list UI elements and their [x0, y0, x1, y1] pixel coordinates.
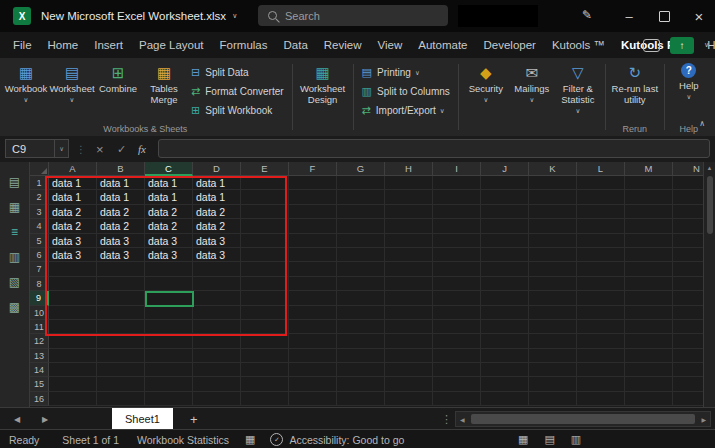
cell-K14[interactable]: [529, 363, 577, 377]
cell-K1[interactable]: [529, 176, 577, 190]
cell-E7[interactable]: [241, 262, 289, 276]
cell-F14[interactable]: [289, 363, 337, 377]
printing-button[interactable]: ▤ Printing ∨: [358, 63, 454, 82]
document-title[interactable]: New Microsoft Excel Worksheet.xlsx: [41, 10, 226, 22]
cell-H12[interactable]: [385, 334, 433, 348]
rerun-last-utility-button[interactable]: ↻ Re-run last utility: [610, 60, 660, 106]
cell-A5[interactable]: data 3: [49, 234, 97, 248]
cell-J1[interactable]: [481, 176, 529, 190]
cell-C14[interactable]: [145, 363, 193, 377]
cell-E11[interactable]: [241, 320, 289, 334]
cell-F4[interactable]: [289, 219, 337, 233]
cell-I9[interactable]: [433, 291, 481, 305]
cell-M1[interactable]: [625, 176, 673, 190]
cell-G5[interactable]: [337, 234, 385, 248]
cell-M12[interactable]: [625, 334, 673, 348]
cell-B1[interactable]: data 1: [97, 176, 145, 190]
cell-H7[interactable]: [385, 262, 433, 276]
vertical-scrollbar-thumb[interactable]: [707, 176, 713, 234]
cell-K11[interactable]: [529, 320, 577, 334]
format-converter-button[interactable]: ⇄ Format Converter: [187, 82, 288, 101]
column-header-B[interactable]: B: [97, 162, 145, 176]
cell-D5[interactable]: data 3: [193, 234, 241, 248]
cell-G16[interactable]: [337, 392, 385, 406]
cell-I1[interactable]: [433, 176, 481, 190]
page-break-view-icon[interactable]: ▥: [571, 433, 581, 446]
tab-formulas[interactable]: Formulas: [212, 39, 276, 51]
cell-F7[interactable]: [289, 262, 337, 276]
cell-A3[interactable]: data 2: [49, 205, 97, 219]
cell-I16[interactable]: [433, 392, 481, 406]
cell-I15[interactable]: [433, 377, 481, 391]
cell-G2[interactable]: [337, 190, 385, 204]
normal-view-icon[interactable]: ▦: [518, 433, 528, 446]
cell-G7[interactable]: [337, 262, 385, 276]
row-header-16[interactable]: 16: [30, 392, 49, 406]
cell-J5[interactable]: [481, 234, 529, 248]
column-header-K[interactable]: K: [529, 162, 577, 176]
column-header-E[interactable]: E: [241, 162, 289, 176]
close-button[interactable]: ×: [683, 0, 715, 32]
cell-J6[interactable]: [481, 248, 529, 262]
cell-I13[interactable]: [433, 349, 481, 363]
cell-B13[interactable]: [97, 349, 145, 363]
cell-G12[interactable]: [337, 334, 385, 348]
row-header-9[interactable]: 9: [30, 291, 49, 305]
cell-K3[interactable]: [529, 205, 577, 219]
cell-J7[interactable]: [481, 262, 529, 276]
cell-G6[interactable]: [337, 248, 385, 262]
cell-H2[interactable]: [385, 190, 433, 204]
restore-button[interactable]: [648, 0, 680, 32]
cell-L8[interactable]: [577, 277, 625, 291]
sheet-bar-menu-icon[interactable]: ⋮: [441, 408, 452, 430]
column-header-G[interactable]: G: [337, 162, 385, 176]
tab-page-layout[interactable]: Page Layout: [131, 39, 212, 51]
row-header-15[interactable]: 15: [30, 377, 49, 391]
cell-H6[interactable]: [385, 248, 433, 262]
cell-E15[interactable]: [241, 377, 289, 391]
cell-J16[interactable]: [481, 392, 529, 406]
cell-D3[interactable]: data 2: [193, 205, 241, 219]
cell-F3[interactable]: [289, 205, 337, 219]
cell-M14[interactable]: [625, 363, 673, 377]
cell-B10[interactable]: [97, 306, 145, 320]
cell-K2[interactable]: [529, 190, 577, 204]
cell-I3[interactable]: [433, 205, 481, 219]
cell-C5[interactable]: data 3: [145, 234, 193, 248]
cell-A11[interactable]: [49, 320, 97, 334]
horizontal-scrollbar-thumb[interactable]: [471, 414, 696, 424]
cell-K8[interactable]: [529, 277, 577, 291]
kutools-pane-icon-2[interactable]: ▦: [9, 201, 20, 213]
cell-G1[interactable]: [337, 176, 385, 190]
cell-A14[interactable]: [49, 363, 97, 377]
cell-K9[interactable]: [529, 291, 577, 305]
cell-E9[interactable]: [241, 291, 289, 305]
cell-C3[interactable]: data 2: [145, 205, 193, 219]
next-sheet-icon[interactable]: ▶: [42, 408, 48, 430]
cell-L16[interactable]: [577, 392, 625, 406]
cell-I4[interactable]: [433, 219, 481, 233]
cell-K7[interactable]: [529, 262, 577, 276]
cell-H9[interactable]: [385, 291, 433, 305]
cell-J4[interactable]: [481, 219, 529, 233]
tab-home[interactable]: Home: [40, 39, 87, 51]
cell-D11[interactable]: [193, 320, 241, 334]
cell-M8[interactable]: [625, 277, 673, 291]
cell-F6[interactable]: [289, 248, 337, 262]
cell-F2[interactable]: [289, 190, 337, 204]
cell-E12[interactable]: [241, 334, 289, 348]
cell-M15[interactable]: [625, 377, 673, 391]
cell-J13[interactable]: [481, 349, 529, 363]
cell-E14[interactable]: [241, 363, 289, 377]
cell-D14[interactable]: [193, 363, 241, 377]
tab-file[interactable]: File: [5, 39, 40, 51]
cell-D7[interactable]: [193, 262, 241, 276]
kutools-pane-icon-4[interactable]: ▥: [9, 251, 20, 263]
cell-M11[interactable]: [625, 320, 673, 334]
cell-I6[interactable]: [433, 248, 481, 262]
cell-D16[interactable]: [193, 392, 241, 406]
cell-H11[interactable]: [385, 320, 433, 334]
cell-G13[interactable]: [337, 349, 385, 363]
column-header-L[interactable]: L: [577, 162, 625, 176]
cell-A7[interactable]: [49, 262, 97, 276]
